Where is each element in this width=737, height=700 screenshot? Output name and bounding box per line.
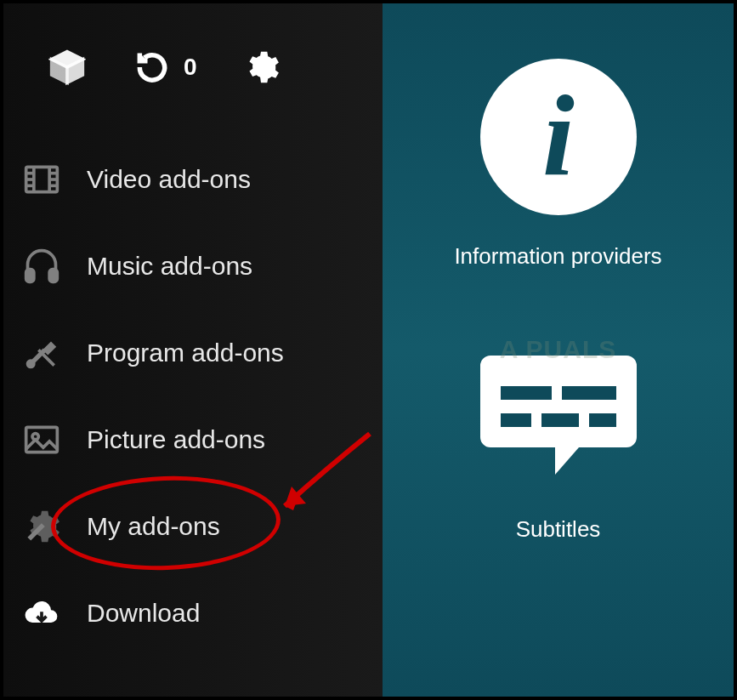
svg-text:i: i bbox=[542, 71, 575, 199]
nav-label: Program add-ons bbox=[87, 339, 284, 367]
box-button[interactable] bbox=[46, 46, 88, 88]
gear-tool-icon bbox=[20, 505, 63, 548]
content-panel: A PUALS i Information providers bbox=[383, 3, 734, 697]
nav-program-addons[interactable]: Program add-ons bbox=[20, 330, 366, 376]
nav-my-addons[interactable]: My add-ons bbox=[20, 504, 366, 549]
tools-icon bbox=[20, 332, 63, 374]
svg-rect-16 bbox=[501, 386, 552, 400]
nav-picture-addons[interactable]: Picture add-ons bbox=[20, 417, 366, 463]
tile-label: Information providers bbox=[454, 243, 661, 270]
refresh-button[interactable]: 0 bbox=[131, 46, 197, 88]
tile-label: Subtitles bbox=[516, 516, 601, 543]
cloud-download-icon bbox=[20, 592, 63, 635]
tile-information-providers[interactable]: i Information providers bbox=[431, 48, 686, 270]
info-icon: i bbox=[469, 48, 648, 226]
nav-label: Download bbox=[87, 599, 200, 628]
nav-label: Video add-ons bbox=[87, 165, 251, 194]
svg-rect-18 bbox=[501, 413, 531, 427]
svg-rect-9 bbox=[26, 270, 34, 282]
nav-video-addons[interactable]: Video add-ons bbox=[20, 157, 366, 202]
tile-subtitles[interactable]: Subtitles bbox=[431, 321, 686, 543]
svg-point-11 bbox=[28, 361, 34, 367]
settings-button[interactable] bbox=[240, 46, 282, 88]
box-icon bbox=[46, 46, 88, 88]
image-icon bbox=[20, 418, 63, 461]
subtitles-icon bbox=[469, 321, 648, 499]
nav-label: Picture add-ons bbox=[87, 425, 265, 454]
nav-list: Video add-ons Music add-ons bbox=[3, 131, 383, 636]
svg-rect-12 bbox=[26, 427, 58, 452]
svg-rect-20 bbox=[589, 413, 616, 427]
gear-icon bbox=[240, 46, 282, 88]
svg-rect-10 bbox=[49, 270, 57, 282]
headphones-icon bbox=[20, 245, 63, 287]
sidebar: 0 Video bbox=[3, 3, 383, 697]
nav-music-addons[interactable]: Music add-ons bbox=[20, 243, 366, 289]
nav-label: Music add-ons bbox=[87, 252, 252, 281]
svg-rect-19 bbox=[541, 413, 579, 427]
nav-label: My add-ons bbox=[87, 512, 220, 541]
refresh-icon bbox=[131, 46, 173, 88]
toolbar: 0 bbox=[3, 20, 383, 131]
svg-rect-17 bbox=[562, 386, 616, 400]
refresh-count: 0 bbox=[184, 54, 197, 81]
film-icon bbox=[20, 158, 63, 201]
nav-download[interactable]: Download bbox=[20, 590, 366, 636]
